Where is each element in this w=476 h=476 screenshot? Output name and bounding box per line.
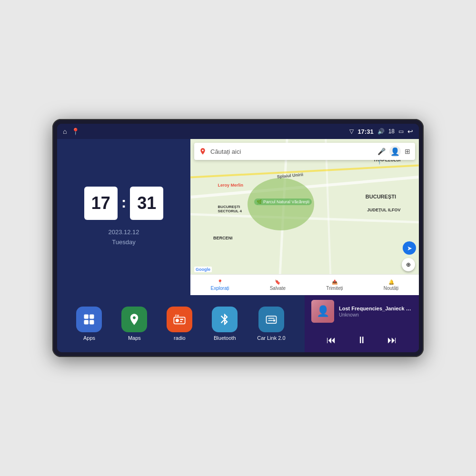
status-time: 17:31	[357, 128, 373, 135]
svg-rect-1	[90, 315, 94, 319]
map-panel[interactable]: 🌿 Parcul Natural Văcărești TRAPEZULUI BU…	[190, 139, 419, 295]
map-search-input[interactable]: Căutați aici	[210, 148, 374, 155]
share-icon: 📤	[332, 279, 337, 285]
home-icon[interactable]: ⌂	[63, 128, 67, 135]
clock-panel: 17 : 31 2023.12.12 Tuesday	[57, 139, 190, 295]
map-nav-explore[interactable]: 📍 Explorați	[211, 279, 229, 291]
map-compass-btn[interactable]: ⊕	[402, 258, 415, 271]
maps-icon	[121, 307, 147, 332]
music-controls: ⏮ ⏸ ⏭	[311, 333, 412, 347]
clock-minutes: 31	[130, 187, 163, 220]
svg-rect-7	[180, 321, 183, 322]
bottom-row: Apps Maps	[57, 295, 419, 352]
saved-icon: 🔖	[275, 279, 280, 285]
clock-display: 17 : 31	[84, 187, 164, 220]
svg-text:FM: FM	[175, 314, 179, 317]
svg-rect-0	[84, 315, 89, 319]
signal-value: 18	[388, 128, 395, 135]
news-icon: 🔔	[388, 279, 394, 285]
music-top: 👤 Lost Frequencies_Janieck Devy-... Unkn…	[311, 300, 412, 323]
status-left-icons: ⌂ 📍	[63, 128, 79, 135]
app-icons-area: Apps Maps	[57, 295, 305, 352]
bluetooth-label: Bluetooth	[214, 335, 236, 341]
volume-icon[interactable]: 🔊	[377, 128, 385, 135]
music-panel: 👤 Lost Frequencies_Janieck Devy-... Unkn…	[305, 295, 419, 352]
mic-icon[interactable]: 🎤	[377, 148, 386, 155]
app-item-apps[interactable]: Apps	[76, 307, 102, 341]
car-infotainment-device: ⌂ 📍 ▽ 17:31 🔊 18 ▭ ↩ 17 :	[52, 119, 424, 357]
status-bar: ⌂ 📍 ▽ 17:31 🔊 18 ▭ ↩	[57, 124, 419, 139]
prev-button[interactable]: ⏮	[325, 333, 338, 347]
music-artist: Unknown	[339, 312, 412, 317]
apps-icon	[76, 307, 102, 332]
map-pin-search-icon	[199, 148, 207, 155]
maps-label: Maps	[128, 335, 141, 341]
map-label-leroy: Leroy Merlin	[218, 183, 244, 188]
device-screen: ⌂ 📍 ▽ 17:31 🔊 18 ▭ ↩ 17 :	[57, 124, 419, 352]
svg-rect-2	[84, 320, 89, 324]
play-pause-button[interactable]: ⏸	[355, 333, 368, 347]
map-nav-saved[interactable]: 🔖 Salvate	[270, 279, 286, 291]
svg-point-5	[176, 319, 179, 322]
top-row: 17 : 31 2023.12.12 Tuesday	[57, 139, 419, 295]
map-label-berceni: BERCENI	[213, 236, 233, 240]
back-icon[interactable]: ↩	[407, 128, 413, 135]
battery-icon: ▭	[398, 128, 404, 135]
clock-separator: :	[121, 194, 127, 211]
app-item-maps[interactable]: Maps	[121, 307, 147, 341]
map-bottom-nav: 📍 Explorați 🔖 Salvate 📤 Trimiteți �	[190, 274, 419, 295]
music-info: Lost Frequencies_Janieck Devy-... Unknow…	[339, 306, 412, 317]
map-background: 🌿 Parcul Natural Văcărești TRAPEZULUI BU…	[190, 139, 419, 295]
apps-label: Apps	[83, 335, 95, 341]
user-avatar[interactable]: 👤	[389, 146, 401, 157]
app-item-bluetooth[interactable]: Bluetooth	[212, 307, 238, 341]
map-nav-share[interactable]: 📤 Trimiteți	[326, 279, 343, 291]
svg-rect-6	[180, 319, 184, 320]
svg-point-10	[273, 319, 275, 322]
map-search-right-icons: 🎤 👤 ⊞	[377, 146, 410, 157]
map-pin-icon[interactable]: 📍	[71, 128, 79, 135]
next-button[interactable]: ⏭	[386, 333, 399, 347]
clock-date: 2023.12.12 Tuesday	[108, 228, 139, 248]
status-right-icons: ▽ 17:31 🔊 18 ▭ ↩	[349, 128, 413, 135]
carlink-icon	[258, 307, 284, 332]
park-label: 🌿 Parcul Natural Văcărești	[254, 198, 312, 205]
map-nav-news[interactable]: 🔔 Noutăți	[384, 279, 399, 291]
app-item-radio[interactable]: FM radio	[167, 307, 192, 341]
radio-label: radio	[174, 335, 185, 341]
location-icon: ▽	[349, 128, 354, 135]
google-logo: Google	[194, 267, 212, 272]
radio-icon: FM	[167, 307, 192, 332]
map-label-bucuresti: BUCUREȘTI	[366, 194, 396, 199]
map-navigate-btn[interactable]: ➤	[403, 241, 416, 255]
bluetooth-icon	[212, 307, 238, 332]
svg-rect-3	[90, 320, 94, 324]
music-thumbnail: 👤	[311, 300, 334, 323]
layers-icon[interactable]: ⊞	[405, 148, 410, 155]
map-label-sector4: BUCUREȘTISECTORUL 4	[218, 205, 242, 213]
carlink-label: Car Link 2.0	[257, 335, 285, 341]
app-item-carlink[interactable]: Car Link 2.0	[257, 307, 285, 341]
map-label-ilfov: JUDEȚUL ILFOV	[367, 208, 400, 212]
main-content: 17 : 31 2023.12.12 Tuesday	[57, 139, 419, 352]
clock-hours: 17	[84, 187, 118, 220]
map-search-bar[interactable]: Căutați aici 🎤 👤 ⊞	[194, 143, 415, 160]
music-title: Lost Frequencies_Janieck Devy-...	[339, 306, 412, 311]
explore-icon: 📍	[217, 279, 223, 285]
